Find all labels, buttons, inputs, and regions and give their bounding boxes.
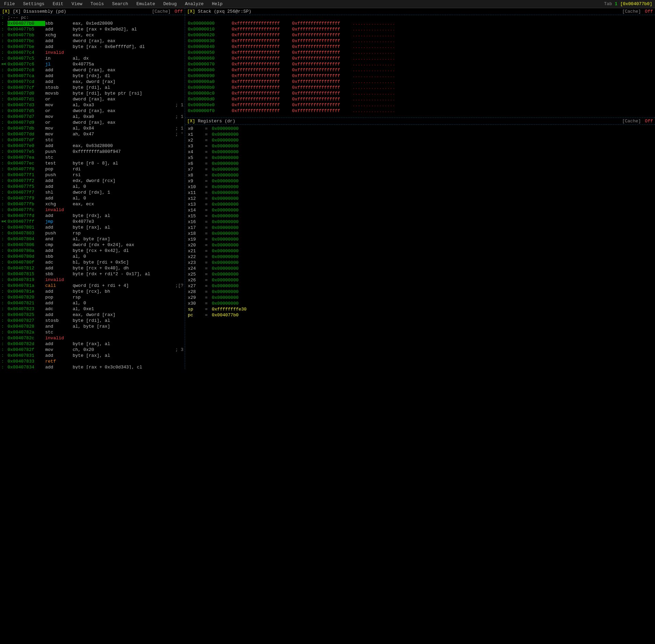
disasm-addr[interactable]: 0x004077fb [8, 202, 45, 207]
disasm-addr[interactable]: 0x00407819 [8, 277, 45, 282]
stack-row[interactable]: 0x000000e00xffffffffffffffff0xffffffffff… [185, 102, 655, 108]
disasm-line[interactable]: :0x00407825 addeax, dword [rax] [0, 312, 185, 318]
disasm-line[interactable]: :0x00407834 addbyte [rax + 0x3c0d343], c… [0, 365, 185, 369]
reg-row[interactable]: x5 = 0x00000000 [188, 155, 652, 161]
disasm-line[interactable]: :0x004077cd addeax, dword [rax] [0, 79, 185, 85]
disasm-line[interactable]: :0x004077d9 ordword [rax], eax [0, 120, 185, 126]
disasm-addr[interactable]: 0x004077e0 [8, 143, 45, 148]
disasm-line[interactable]: :0x004077e0 addeax, 0x63d28000 [0, 143, 185, 149]
disasm-addr[interactable]: 0x0040782f [8, 347, 45, 352]
disasm-addr[interactable]: 0x004077df [8, 137, 45, 143]
disasm-line[interactable]: =<0x004077ff jmp0x4077e3 [0, 219, 185, 225]
disasm-line[interactable]: :0x004077f5 addal, 0 [0, 184, 185, 190]
disasm-addr[interactable]: 0x004077b5 [8, 27, 45, 32]
reg-row[interactable]: x20 = 0x00000000 [188, 243, 652, 248]
disasm-addr[interactable]: 0x004077f5 [8, 184, 45, 189]
disasm-line[interactable]: :0x00407812 addbyte [rcx + 0x40], dh [0, 266, 185, 271]
disasm-line[interactable]: :0x00407815 sbbbyte [rdx + rdi*2 - 0x17]… [0, 271, 185, 277]
disasm-line[interactable]: :0x004077d3 moval, 0xa3; 1 [0, 102, 185, 108]
disasm-line[interactable]: :0x00407831 addbyte [rax], al [0, 353, 185, 359]
disasm-line[interactable]: :0x004077bb xchgeax, ecx [0, 33, 185, 38]
reg-row[interactable]: x10 = 0x00000000 [188, 184, 652, 190]
disasm-addr[interactable]: 0x004077d9 [8, 120, 45, 125]
disasm-addr[interactable]: 0x004077e5 [8, 149, 45, 154]
disasm-line[interactable]: :0x004077d1 ordword [rax], eax [0, 97, 185, 102]
disasm-line[interactable]: :0x0040781e addbyte [rcx], bh [0, 289, 185, 295]
disasm-addr[interactable]: 0x00407812 [8, 266, 45, 271]
reg-row[interactable]: x15 = 0x00000000 [188, 214, 652, 219]
stack-row[interactable]: 0x000000000xffffffffffffffff0xffffffffff… [185, 21, 655, 27]
disasm-addr[interactable]: 0x004077c4 [8, 50, 45, 55]
reg-row[interactable]: x30 = 0x00000000 [188, 301, 652, 307]
reg-row[interactable]: x21 = 0x00000000 [188, 248, 652, 254]
disasm-addr[interactable]: 0x0040782c [8, 336, 45, 341]
disasm-line[interactable]: :0x004077d5 ordword [rax], eax [0, 108, 185, 114]
disasm-addr[interactable]: 0x0040781a [8, 283, 45, 288]
disasm-line[interactable]: :0x004077c8 adddword [rax], eax [0, 68, 185, 73]
reg-row[interactable]: x23 = 0x00000000 [188, 260, 652, 266]
disasm-addr[interactable]: 0x0040781e [8, 289, 45, 294]
menu-emulate[interactable]: Emulate [135, 1, 157, 7]
menu-tools[interactable]: Tools [89, 1, 105, 7]
menu-debug[interactable]: Debug [162, 1, 178, 7]
disasm-addr[interactable]: 0x004077f7 [8, 190, 45, 195]
disasm-addr[interactable]: 0x004077f1 [8, 172, 45, 178]
disasm-addr[interactable]: 0x00407823 [8, 306, 45, 312]
disasm-addr[interactable]: 0x004077fc [8, 207, 45, 212]
stack-row[interactable]: 0x000000b00xffffffffffffffff0xffffffffff… [185, 85, 655, 91]
disasm-line[interactable]: :0x004077b5 addbyte [rax + 0x3e0d2], al [0, 27, 185, 33]
disasm-addr[interactable]: 0x004077f0 [8, 167, 45, 172]
disasm-addr[interactable]: 0x004077d0 [8, 91, 45, 96]
reg-row[interactable]: x16 = 0x00000000 [188, 219, 652, 225]
disasm-addr[interactable]: 0x00407827 [8, 318, 45, 323]
stack-row[interactable]: 0x000000600xffffffffffffffff0xffffffffff… [185, 56, 655, 62]
reg-row[interactable]: x22 = 0x00000000 [188, 254, 652, 260]
reg-row[interactable]: x3 = 0x00000000 [188, 144, 652, 149]
menu-help[interactable]: Help [210, 1, 224, 7]
disasm-line[interactable]: :0x004077b0 sbbeax, 0x1ed28000 [0, 21, 185, 27]
reg-row[interactable]: x0 = 0x00000000 [188, 126, 652, 132]
stack-row[interactable]: 0x000000a00xffffffffffffffff0xffffffffff… [185, 79, 655, 85]
disasm-addr[interactable]: 0x004077f2 [8, 178, 45, 183]
disasm-line[interactable]: :0x00407803 pushrsp [0, 231, 185, 236]
disasm-addr[interactable]: 0x004077d3 [8, 102, 45, 108]
disasm-line[interactable]: :0x0040780a addbyte [rcx + 0x42], dl [0, 248, 185, 254]
disasm-addr[interactable]: 0x00407831 [8, 353, 45, 358]
disasm-line[interactable]: :0x0040780f adcbl, byte [rdi + 0x5c] [0, 260, 185, 266]
disasm-addr[interactable]: 0x00407820 [8, 295, 45, 300]
reg-row[interactable]: x14 = 0x00000000 [188, 208, 652, 214]
disasm-line[interactable]: :0x004077f9 addal, 0 [0, 196, 185, 202]
stack-scroll[interactable]: 0x000000000xffffffffffffffff0xffffffffff… [185, 15, 655, 118]
reg-row[interactable]: x26 = 0x00000000 [188, 278, 652, 283]
disasm-addr[interactable]: 0x004077f9 [8, 196, 45, 201]
menu-analyze[interactable]: Analyze [184, 1, 205, 7]
reg-row[interactable]: x24 = 0x00000000 [188, 266, 652, 272]
disasm-line[interactable]: :0x0040780d sbbal, 0 [0, 254, 185, 260]
disasm-line[interactable]: :0x0040782a stc [0, 330, 185, 336]
disasm-addr[interactable]: 0x00407833 [8, 359, 45, 364]
reg-row[interactable]: x27 = 0x00000000 [188, 283, 652, 289]
disasm-addr[interactable]: 0x004077bb [8, 33, 45, 38]
disasm-line[interactable]: :0x004077dd movah, 0x47; ' [0, 132, 185, 137]
disasm-addr[interactable]: 0x004077ff [8, 219, 45, 224]
disasm-line[interactable]: :0x004077f0 poprdi [0, 167, 185, 172]
reg-row[interactable]: x28 = 0x00000000 [188, 289, 652, 295]
stack-row[interactable]: 0x000000400xffffffffffffffff0xffffffffff… [185, 44, 655, 50]
stack-row[interactable]: 0x000000f00xffffffffffffffff0xffffffffff… [185, 108, 655, 114]
disasm-addr[interactable]: 0x004077be [8, 44, 45, 49]
disasm-addr[interactable]: 0x0040780d [8, 254, 45, 259]
reg-scroll[interactable]: x0 = 0x00000000x1 = 0x00000000x2 = 0x000… [185, 125, 655, 369]
disasm-line[interactable]: :0x004077df stc [0, 137, 185, 143]
stack-row[interactable]: 0x000000100xffffffffffffffff0xffffffffff… [185, 27, 655, 33]
disasm-line[interactable]: :0x00407806 cmpdword [rdx + 0x24], eax [0, 242, 185, 248]
reg-row[interactable]: x19 = 0x00000000 [188, 237, 652, 243]
reg-row[interactable]: x2 = 0x00000000 [188, 138, 652, 144]
disasm-line[interactable]: :0x0040781a callqword [rdi + rdi + 4];[? [0, 283, 185, 289]
disasm-line[interactable]: :0x0040782d addbyte [rax], al [0, 341, 185, 347]
disasm-line[interactable]: :0x004077d7 moval, 0xa0; 1 [0, 114, 185, 120]
disasm-addr[interactable]: 0x0040780a [8, 248, 45, 253]
disasm-addr[interactable]: 0x004077ea [8, 155, 45, 160]
disasm-addr[interactable]: 0x004077c8 [8, 68, 45, 73]
disasm-line[interactable]: :0x00407804 andal, byte [rax] [0, 236, 185, 242]
disasm-line[interactable]: :0x004077cf stosbbyte [rdi], al [0, 85, 185, 91]
